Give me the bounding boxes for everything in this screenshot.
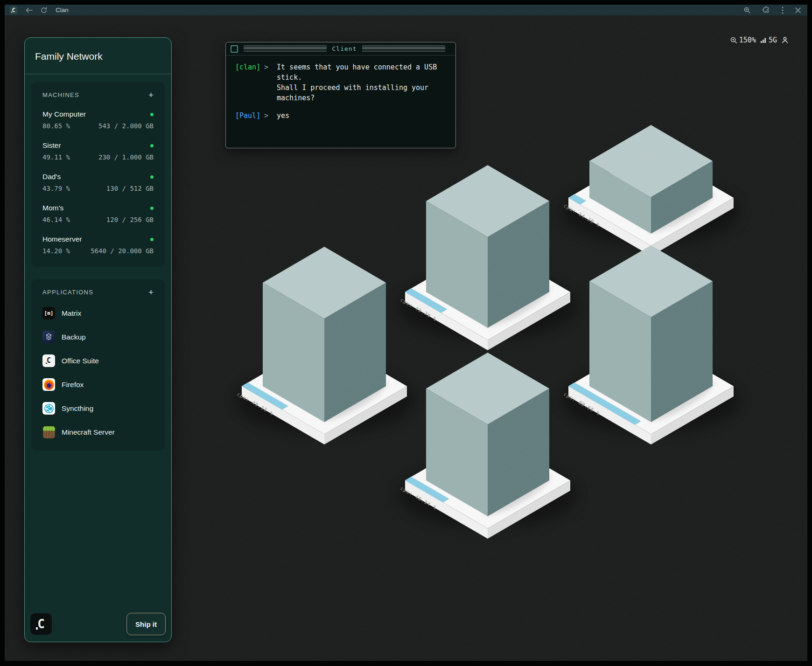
machine-cube-dad-s[interactable]: cpu: 43.79 %	[399, 165, 577, 350]
machine-storage: 5640 / 20.000 GB	[91, 247, 154, 255]
network-label: 5G	[769, 36, 777, 44]
zoom-icon	[730, 37, 737, 44]
applications-card: APPLICATIONS + [m]MatrixBackupCOffice Su…	[31, 279, 165, 451]
message-speaker: [Paul]	[235, 111, 260, 121]
add-machine-button[interactable]: +	[148, 92, 154, 98]
firefox-icon	[42, 378, 55, 391]
machine-name: Mom's	[42, 204, 63, 212]
back-icon[interactable]	[26, 7, 33, 13]
machine-storage: 543 / 2.000 GB	[98, 122, 154, 130]
zoom-level-control[interactable]: 150%	[730, 36, 756, 44]
office-suite-icon: C	[42, 354, 55, 367]
clan-logo-icon: C	[30, 613, 52, 635]
machine-name: Homeserver	[42, 235, 82, 243]
sidebar-footer: C Ship it	[30, 613, 166, 635]
syncthing-icon	[42, 402, 55, 415]
machine-name: Sister	[42, 141, 61, 150]
add-application-button[interactable]: +	[148, 289, 154, 296]
close-icon[interactable]	[795, 7, 801, 13]
machine-cube-sister[interactable]: cpu: 49.11 %	[235, 247, 413, 444]
application-item[interactable]: Backup	[42, 331, 154, 343]
application-item[interactable]: [m]Matrix	[42, 307, 154, 319]
account-button[interactable]	[781, 36, 789, 44]
applications-heading: APPLICATIONS	[42, 289, 93, 296]
minecraft-icon	[42, 426, 55, 438]
application-name: Syncthing	[62, 404, 93, 413]
terminal-message: [clan]>It seems that you have connected …	[235, 62, 449, 103]
machine-cpu: 80.65 %	[42, 122, 70, 130]
backup-icon	[42, 331, 55, 343]
machines-card: MACHINES + My Computer80.65 %543 / 2.000…	[31, 82, 165, 267]
application-item[interactable]: COffice Suite	[42, 354, 154, 367]
machine-name: My Computer	[42, 110, 86, 118]
online-status-dot	[150, 207, 154, 210]
sidebar-title: Family Network	[35, 51, 161, 62]
online-status-dot	[150, 238, 154, 241]
terminal-title: Client	[332, 45, 357, 52]
machine-storage: 130 / 512 GB	[106, 185, 154, 192]
client-terminal-window[interactable]: Client [clan]>It seems that you have con…	[225, 42, 456, 148]
extensions-icon[interactable]	[762, 6, 770, 14]
status-bar: 150% 5G	[730, 36, 789, 44]
ship-it-button[interactable]: Ship it	[126, 613, 166, 635]
machine-cpu: 43.79 %	[42, 185, 70, 192]
application-name: Matrix	[62, 309, 81, 318]
network-status: 5G	[760, 36, 777, 44]
application-item[interactable]: Syncthing	[42, 402, 154, 415]
page-title: Clan	[56, 7, 69, 14]
machine-cube-my-computer[interactable]: cpu: 80.65 %	[562, 245, 740, 444]
menu-kebab-icon[interactable]	[782, 7, 784, 14]
machine-cube-mom-s[interactable]: cpu: 46.14 %	[399, 353, 577, 539]
machine-item[interactable]: Homeserver14.20 %5640 / 20.000 GB	[42, 235, 154, 255]
message-text: It seems that you have connected a USBst…	[277, 62, 437, 103]
terminal-close-box-icon[interactable]	[231, 45, 238, 53]
terminal-titlebar: Client	[226, 42, 455, 56]
family-network-sidebar: Family Network MACHINES + My Computer80.…	[24, 37, 172, 642]
titlebar-stripes	[362, 45, 445, 53]
machine-item[interactable]: Sister49.11 %230 / 1.000 GB	[42, 141, 154, 161]
browser-titlebar: C Clan	[5, 5, 807, 15]
application-item[interactable]: Minecraft Server	[42, 426, 154, 438]
matrix-icon: [m]	[42, 307, 55, 319]
machine-name: Dad's	[42, 173, 61, 181]
application-name: Backup	[62, 333, 86, 341]
person-icon	[781, 36, 789, 44]
machine-item[interactable]: Dad's43.79 %130 / 512 GB	[42, 173, 154, 192]
message-speaker: [clan]	[235, 62, 260, 103]
online-status-dot	[150, 113, 154, 116]
reload-icon[interactable]	[41, 7, 47, 14]
machine-cube-homeserver[interactable]: cpu: 14.20 %	[562, 125, 740, 256]
terminal-message: [Paul]>yes	[235, 111, 449, 121]
online-status-dot	[150, 175, 154, 179]
zoom-page-icon[interactable]	[744, 7, 750, 14]
machine-item[interactable]: Mom's46.14 %120 / 256 GB	[42, 204, 154, 223]
machines-heading: MACHINES	[42, 91, 79, 98]
application-name: Minecraft Server	[62, 428, 115, 437]
prompt-chevron: >	[264, 62, 268, 103]
machine-item[interactable]: My Computer80.65 %543 / 2.000 GB	[42, 110, 154, 130]
clan-logo-icon: C	[9, 6, 18, 14]
machine-cpu: 14.20 %	[42, 247, 70, 255]
zoom-level: 150%	[739, 36, 756, 44]
prompt-chevron: >	[264, 111, 268, 121]
online-status-dot	[150, 144, 154, 147]
signal-bars-icon	[760, 37, 767, 43]
machine-cpu: 46.14 %	[42, 216, 70, 223]
network-canvas: cpu: 14.20 %cpu: 43.79 %cpu: 49.11 %cpu:…	[5, 15, 807, 661]
application-name: Office Suite	[62, 357, 99, 365]
machine-cpu: 49.11 %	[42, 153, 70, 161]
machine-storage: 230 / 1.000 GB	[98, 153, 154, 161]
machine-storage: 120 / 256 GB	[106, 216, 154, 223]
titlebar-stripes	[244, 45, 327, 53]
terminal-output: [clan]>It seems that you have connected …	[226, 56, 455, 121]
application-name: Firefox	[62, 381, 84, 389]
message-text: yes	[277, 111, 289, 121]
application-item[interactable]: Firefox	[42, 378, 154, 391]
